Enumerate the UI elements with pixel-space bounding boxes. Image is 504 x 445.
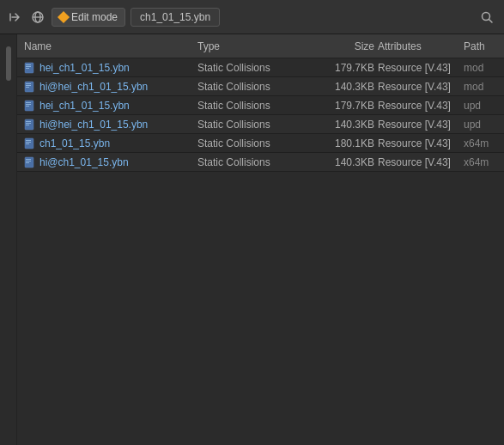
svg-rect-7 — [26, 66, 31, 67]
search-icon[interactable] — [477, 7, 497, 27]
cell-name: hei_ch1_01_15.ybn — [17, 62, 197, 74]
scroll-track[interactable] — [5, 38, 12, 445]
cell-attributes: Resource [V.43] — [378, 119, 464, 131]
edit-mode-diamond-icon — [58, 10, 70, 22]
cell-name: hi@hei_ch1_01_15.ybn — [17, 81, 197, 93]
svg-rect-24 — [26, 143, 29, 144]
svg-rect-19 — [26, 123, 31, 124]
cell-type: Static Collisions — [197, 62, 309, 74]
cell-type: Static Collisions — [197, 156, 309, 168]
col-header-attributes[interactable]: Attributes — [378, 40, 464, 52]
cell-size: 179.7KB — [309, 100, 378, 112]
svg-rect-6 — [26, 64, 31, 65]
svg-rect-8 — [26, 68, 29, 69]
cell-name-text: hei_ch1_01_15.ybn — [39, 62, 130, 74]
cell-path: x64m — [464, 137, 504, 149]
cell-name-text: hi@hei_ch1_01_15.ybn — [39, 119, 148, 131]
cell-size: 140.3KB — [309, 119, 378, 131]
filename-tag[interactable]: ch1_01_15.ybn — [131, 8, 220, 27]
svg-rect-18 — [26, 121, 31, 122]
svg-rect-16 — [26, 106, 29, 107]
table-row[interactable]: hei_ch1_01_15.ybnStatic Collisions179.7K… — [17, 58, 504, 77]
col-header-path[interactable]: Path — [464, 40, 504, 52]
svg-rect-22 — [26, 140, 31, 141]
table-row[interactable]: hei_ch1_01_15.ybnStatic Collisions179.7K… — [17, 96, 504, 115]
cell-attributes: Resource [V.43] — [378, 137, 464, 149]
edit-mode-button[interactable]: Edit mode — [52, 8, 125, 27]
col-header-name[interactable]: Name — [17, 40, 197, 52]
arrow-icon[interactable] — [7, 9, 24, 26]
svg-rect-23 — [26, 142, 31, 143]
col-header-type[interactable]: Type — [197, 40, 309, 52]
cell-path: upd — [464, 119, 504, 131]
cell-path: upd — [464, 100, 504, 112]
file-icon — [24, 119, 36, 131]
cell-type: Static Collisions — [197, 81, 309, 93]
table-row[interactable]: ch1_01_15.ybnStatic Collisions180.1KBRes… — [17, 134, 504, 153]
cell-name-text: hi@ch1_01_15.ybn — [39, 156, 129, 168]
toolbar: Edit mode ch1_01_15.ybn — [0, 0, 504, 34]
cell-size: 179.7KB — [309, 62, 378, 74]
table-row[interactable]: hi@ch1_01_15.ybnStatic Collisions140.3KB… — [17, 153, 504, 172]
file-icon — [24, 100, 36, 112]
svg-line-4 — [489, 19, 493, 22]
table-row[interactable]: hi@hei_ch1_01_15.ybnStatic Collisions140… — [17, 77, 504, 96]
scroll-thumb[interactable] — [6, 46, 11, 81]
cell-path: mod — [464, 81, 504, 93]
col-header-size[interactable]: Size — [309, 40, 378, 52]
cell-attributes: Resource [V.43] — [378, 81, 464, 93]
cell-type: Static Collisions — [197, 119, 309, 131]
cell-size: 140.3KB — [309, 156, 378, 168]
cell-name-text: hei_ch1_01_15.ybn — [39, 100, 130, 112]
svg-rect-27 — [26, 161, 31, 162]
main-area: Name Type Size Attributes Path hei_ch1_0… — [0, 34, 504, 445]
svg-rect-20 — [26, 125, 29, 125]
cell-name: hi@hei_ch1_01_15.ybn — [17, 119, 197, 131]
svg-rect-11 — [26, 85, 31, 86]
svg-rect-26 — [26, 159, 31, 160]
cell-size: 180.1KB — [309, 137, 378, 149]
svg-rect-14 — [26, 102, 31, 103]
globe-icon[interactable] — [29, 9, 46, 26]
cell-path: mod — [464, 62, 504, 74]
cell-name: hi@ch1_01_15.ybn — [17, 156, 197, 168]
svg-rect-10 — [26, 83, 31, 84]
cell-attributes: Resource [V.43] — [378, 156, 464, 168]
cell-attributes: Resource [V.43] — [378, 100, 464, 112]
cell-name-text: hi@hei_ch1_01_15.ybn — [39, 81, 148, 93]
cell-name-text: ch1_01_15.ybn — [39, 137, 110, 149]
edit-mode-label: Edit mode — [71, 11, 118, 23]
file-icon — [24, 62, 36, 74]
file-icon — [24, 81, 36, 93]
file-icon — [24, 137, 36, 149]
file-icon — [24, 156, 36, 168]
cell-name: ch1_01_15.ybn — [17, 137, 197, 149]
cell-name: hei_ch1_01_15.ybn — [17, 100, 197, 112]
cell-type: Static Collisions — [197, 137, 309, 149]
file-table: Name Type Size Attributes Path hei_ch1_0… — [17, 34, 504, 445]
filename-label: ch1_01_15.ybn — [140, 11, 210, 23]
table-row[interactable]: hi@hei_ch1_01_15.ybnStatic Collisions140… — [17, 115, 504, 134]
cell-size: 140.3KB — [309, 81, 378, 93]
cell-type: Static Collisions — [197, 100, 309, 112]
cell-path: x64m — [464, 156, 504, 168]
svg-rect-28 — [26, 162, 29, 163]
svg-rect-12 — [26, 87, 29, 88]
cell-attributes: Resource [V.43] — [378, 62, 464, 74]
table-body: hei_ch1_01_15.ybnStatic Collisions179.7K… — [17, 58, 504, 172]
sidebar — [0, 34, 17, 445]
table-header: Name Type Size Attributes Path — [17, 34, 504, 58]
svg-rect-15 — [26, 104, 31, 105]
